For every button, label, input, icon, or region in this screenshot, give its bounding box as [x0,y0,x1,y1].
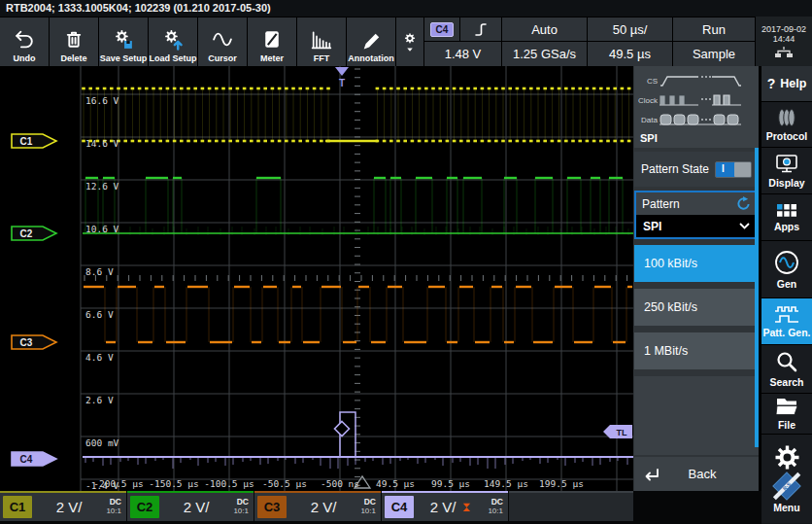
annotation-button[interactable]: Annotation [347,17,395,66]
pattern-state-toggle[interactable]: I [715,161,752,178]
rohde-schwarz-logo: R·S [772,472,801,501]
svg-text:199.5 µs: 199.5 µs [539,478,584,489]
sine-cursor-icon [210,27,235,52]
fft-button[interactable]: FFT [297,17,346,66]
apps-grid-icon [776,203,797,218]
display-label: Display [768,177,804,189]
channel-block-c4[interactable]: C4 2 V/ DC 10:1 [382,491,508,521]
cursor-button[interactable]: Cursor [198,17,247,66]
protocol-label: Protocol [766,130,808,142]
save-setup-button[interactable]: Save Setup [99,17,148,66]
annotation-label: Annotation [348,53,394,63]
rate-1mbit-label: 1 MBit/s [644,344,688,358]
svg-text:C2: C2 [20,228,33,239]
c3-probe: 10:1 [360,507,376,516]
undo-button[interactable]: Undo [0,17,49,66]
trigger-level-cell[interactable]: 1.48 V [424,42,501,66]
channel-marker-c3[interactable] [12,335,56,349]
rate-250kbit-label: 250 kBit/s [644,300,697,314]
trigger-position-marker[interactable] [335,67,349,76]
sidebar-menu: ? Help Protocol Display Apps Gen [761,66,812,524]
display-monitor-icon [774,154,799,174]
back-arrow-icon [642,467,660,482]
rate-button-250kbit[interactable]: 250 kBit/s [634,289,759,326]
svg-text:12.6 V: 12.6 V [85,181,119,192]
refresh-icon[interactable] [736,196,751,211]
channel-marker-c1[interactable] [12,134,56,148]
pattern-select-group[interactable]: Pattern SPI [634,191,759,239]
svg-text:6.6 V: 6.6 V [85,309,114,320]
waveform-canvas[interactable]: C1C2C3C4TTL16.6 V14.6 V12.6 V10.6 V8.6 V… [0,66,633,491]
channel-block-c2[interactable]: C2 2 V/ DC 10:1 [127,491,254,521]
search-icon [775,350,798,373]
sidebar-item-protocol[interactable]: Protocol [761,102,812,148]
time-text: 14:44 [761,34,806,44]
svg-text:-150.5 µs: -150.5 µs [149,478,198,489]
svg-text:-200.5 µs: -200.5 µs [93,478,143,489]
datetime-cell[interactable]: 2017-09-02 14:44 [756,17,812,66]
undo-icon [12,27,37,52]
trigger-slope-cell[interactable] [460,17,501,41]
sample-rate-value: 1.25 GSa/s [513,47,576,61]
timebase-value: 50 µs/ [613,22,648,37]
svg-text:2.6 V: 2.6 V [85,395,114,405]
rising-edge-icon [473,21,489,38]
active-menu-accent-line [755,148,759,447]
undo-label: Undo [14,53,36,63]
sidebar-item-display[interactable]: Display [761,148,812,194]
pattern-generator-label: Patt. Gen. [762,327,810,338]
c3-badge: C3 [257,496,287,518]
horizontal-position-value: 49.5 µs [609,47,651,61]
rate-button-1mbit[interactable]: 1 MBit/s [634,332,759,369]
timebase-cell[interactable]: 50 µs/ [588,17,672,41]
channel-block-c1[interactable]: C1 2 V/ DC 10:1 [0,491,126,521]
apps-label: Apps [774,221,799,232]
sidebar-item-pattern-generator[interactable]: Patt. Gen. [761,298,812,345]
waveform-display[interactable]: C1C2C3C4TTL16.6 V14.6 V12.6 V10.6 V8.6 V… [0,66,633,491]
file-label: File [778,419,795,431]
toolbar-settings-button[interactable] [396,17,423,66]
sidebar-item-gen[interactable]: Gen [761,241,812,298]
svg-text:-500 ns: -500 ns [321,478,359,489]
c1-badge: C1 [3,496,32,518]
toggle-knob [734,162,751,177]
sidebar-item-help[interactable]: ? Help [761,66,812,102]
acquisition-state-cell[interactable]: Run [673,17,755,41]
svg-text:4.6 V: 4.6 V [85,352,114,363]
pattern-dropdown[interactable]: SPI [636,215,757,237]
acquisition-mode-cell[interactable]: Sample [673,42,755,66]
offset-marker-icon [461,502,472,512]
sidebar-item-menu[interactable]: R·S Menu [761,435,812,523]
svg-text:149.5 µs: 149.5 µs [484,478,528,489]
sidebar-item-search[interactable]: Search [761,345,812,394]
channel-block-c3[interactable]: C3 2 V/ DC 10:1 [254,491,381,521]
cursor-label: Cursor [208,53,237,63]
channel-marker-c4[interactable] [12,452,56,466]
pattern-dropdown-value: SPI [643,220,661,233]
protocol-bus-icon [774,108,799,127]
delete-button[interactable]: Delete [50,17,98,66]
toolbar: Undo Delete Save Setup Load Setup Cursor [0,17,812,66]
svg-text:-100.5 µs: -100.5 µs [204,478,254,489]
generator-sine-icon [774,250,799,275]
c1-scale: 2 V/ [56,499,83,515]
meter-button[interactable]: Meter [248,17,296,66]
gen-label: Gen [777,278,796,290]
trigger-point-diamond-marker[interactable] [335,422,350,437]
sidebar-item-file[interactable]: File [761,394,812,435]
channel-marker-c2[interactable] [12,227,56,240]
c2-badge: C2 [130,496,159,518]
load-setup-button[interactable]: Load Setup [149,17,197,66]
spi-data-label: Data [641,116,658,124]
back-button[interactable]: Back [634,457,759,491]
spi-clock-label: Clock [638,96,659,105]
rate-button-100kbit[interactable]: 100 kBit/s [634,245,759,282]
trigger-mode-cell[interactable]: Auto [502,17,587,41]
spectrum-icon [309,27,334,52]
sidebar-item-apps[interactable]: Apps [761,194,812,241]
svg-text:-50.5 µs: -50.5 µs [262,478,307,489]
horizontal-position-cell[interactable]: 49.5 µs [588,42,672,66]
empty-button-slot [634,376,759,455]
sample-rate-cell[interactable]: 1.25 GSa/s [502,42,587,66]
trigger-source-cell[interactable]: C4 [424,17,459,41]
